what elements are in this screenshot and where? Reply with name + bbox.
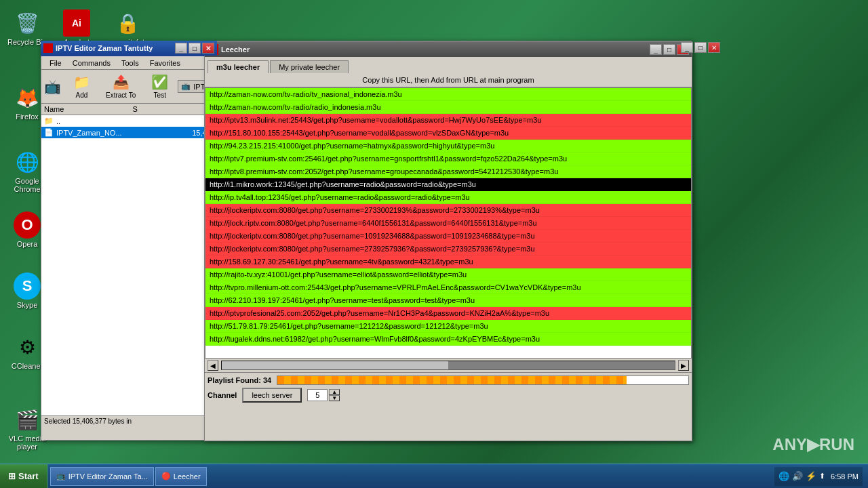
- content-area: Name S 📁 .. 📄 IPTV_Zaman_NO... 15,406,3: [41, 104, 691, 426]
- extract-icon: 📤: [113, 74, 130, 90]
- outer-window-controls: _ □ ✕: [681, 42, 720, 53]
- recycle-bin-icon: 🗑️: [14, 9, 41, 37]
- leecher-maximize[interactable]: □: [663, 44, 675, 55]
- leecher-tabs: m3u leecher My private leecher: [205, 57, 692, 73]
- taskbar-leecher-label: Leecher: [174, 472, 201, 481]
- desktop: 🗑️ Recycle Bin Ai Acrobat 🔒 securityfut …: [0, 0, 868, 488]
- playlist-found-label: Playlist Found: 34: [208, 376, 271, 384]
- url-item-8[interactable]: http://ip.tv4all.top:12345/get.php?usern…: [205, 191, 691, 204]
- leecher-window: Leecher _ □ ✕ _ □ ✕ m3u leecher My p: [204, 41, 692, 441]
- file-list: 📁 .. 📄 IPTV_Zaman_NO... 15,406,3: [41, 115, 224, 415]
- leech-server-button[interactable]: leech server: [242, 388, 302, 403]
- second-window-controls: _ □ ✕: [175, 43, 214, 54]
- test-button[interactable]: ✅ Test: [144, 70, 175, 102]
- url-item-6[interactable]: http://iptv8.premium-stv.com:2052/get.ph…: [205, 165, 691, 178]
- file-item-iptv[interactable]: 📄 IPTV_Zaman_NO... 15,406,3: [41, 127, 224, 138]
- file-name: IPTV_Zaman_NO...: [56, 129, 122, 137]
- scroll-track[interactable]: [221, 361, 675, 370]
- url-item-5[interactable]: http://iptv7.premium-stv.com:25461/get.p…: [205, 152, 691, 165]
- taskbar-right: 🌐 🔊 ⚡ ⬆ 6:58 PM: [769, 467, 868, 486]
- url-item-9[interactable]: http://jlockeriptv.com:8080/get.php?user…: [205, 204, 691, 217]
- start-label: Start: [18, 471, 39, 481]
- progress-bar: [277, 375, 689, 385]
- extract-label: Extract To: [106, 92, 136, 99]
- copy-instruction: Copy this URL, then Add from URL at main…: [205, 73, 692, 87]
- chrome-icon: 🌐: [14, 148, 41, 176]
- url-item-17[interactable]: http://iptvprofesional25.com:2052/get.ph…: [205, 307, 691, 320]
- menu-commands[interactable]: Commands: [67, 58, 116, 68]
- taskbar: ⊞ Start 📺 IPTV Editor Zaman Ta... 🔴 Leec…: [0, 464, 868, 488]
- horizontal-scrollbar[interactable]: ◀ ▶: [205, 359, 692, 372]
- url-item-11[interactable]: http://jlockeriptv.com:8080/get.php?user…: [205, 230, 691, 243]
- url-item-7[interactable]: http://i1.mikro.work:12345/get.php?usern…: [205, 178, 691, 191]
- playlist-row: Playlist Found: 34: [208, 375, 689, 385]
- url-item-19[interactable]: http://tugalek.ddns.net:61982/get.php?us…: [205, 333, 691, 346]
- start-button[interactable]: ⊞ Start: [0, 464, 47, 488]
- extract-to-button[interactable]: 📤 Extract To: [100, 70, 142, 102]
- outer-minimize[interactable]: _: [681, 42, 693, 53]
- tab-m3u-leecher[interactable]: m3u leecher: [208, 60, 269, 73]
- url-item-10[interactable]: http://jlock.riptv.com:8080/get.php?user…: [205, 217, 691, 230]
- taskbar-iptv-label: IPTV Editor Zaman Ta...: [68, 472, 148, 481]
- url-item-13[interactable]: http://158.69.127.30:25461/get.php?usern…: [205, 256, 691, 268]
- left-panel: Name S 📁 .. 📄 IPTV_Zaman_NO... 15,406,3: [41, 104, 224, 426]
- scroll-left-button[interactable]: ◀: [208, 360, 218, 371]
- breadcrumb-icon: 📺: [181, 82, 191, 91]
- url-item-1[interactable]: http://zaman-now.com/tv-radio/radio_indo…: [205, 101, 691, 114]
- menu-favorites[interactable]: Favorites: [144, 58, 186, 68]
- url-item-16[interactable]: http://62.210.139.197:25461/get.php?user…: [205, 294, 691, 307]
- skype-icon: S: [14, 272, 41, 300]
- toolbar-logo: 📺: [44, 79, 61, 95]
- add-label: Add: [76, 92, 88, 99]
- status-text: Selected 15,406,377 bytes in: [44, 418, 132, 425]
- url-item-3[interactable]: http://151.80.100.155:25443/get.php?user…: [205, 127, 691, 140]
- menu-tools[interactable]: Tools: [116, 58, 144, 68]
- url-item-0[interactable]: http://zaman-now.com/tv-radio/tv_nasiona…: [205, 88, 691, 101]
- channel-label: Channel: [208, 391, 237, 399]
- start-icon: ⊞: [8, 471, 16, 481]
- url-item-4[interactable]: http://94.23.215.215:41000/get.php?usern…: [205, 140, 691, 152]
- firefox-icon: 🦊: [14, 84, 41, 111]
- leecher-titlebar: Leecher _ □ ✕: [205, 42, 692, 57]
- url-item-15[interactable]: http://tvpro.millenium-ott.com:25443/get…: [205, 281, 691, 294]
- parent-folder-name: ..: [56, 117, 60, 125]
- file-item-parent[interactable]: 📁 ..: [41, 115, 224, 127]
- parent-folder-icon: 📁: [44, 117, 54, 125]
- menu-file[interactable]: File: [44, 58, 67, 68]
- spinner-buttons: ▲ ▼: [329, 389, 340, 401]
- taskbar-item-iptv[interactable]: 📺 IPTV Editor Zaman Ta...: [50, 467, 154, 486]
- outer-close[interactable]: ✕: [708, 42, 720, 53]
- status-bar: Selected 15,406,377 bytes in: [41, 415, 224, 426]
- spinner-down[interactable]: ▼: [329, 395, 340, 401]
- spinner-up[interactable]: ▲: [329, 389, 340, 395]
- url-item-18[interactable]: http://51.79.81.79:25461/get.php?usernam…: [205, 320, 691, 333]
- col-name: Name: [44, 105, 133, 113]
- second-window-title: IPTV Editor Zaman Tantutty: [56, 44, 153, 52]
- url-item-2[interactable]: http://iptv13.m3ulink.net:25443/get.php?…: [205, 114, 691, 127]
- scroll-right-button[interactable]: ▶: [678, 360, 689, 371]
- progress-fill: [277, 376, 627, 384]
- skype-label: Skype: [17, 301, 38, 309]
- second-maximize[interactable]: □: [189, 43, 201, 54]
- anyrun-watermark: ANY▶RUN: [772, 435, 854, 454]
- taskbar-leecher-icon: 🔴: [161, 472, 171, 481]
- tray-volume-icon: 🔊: [792, 471, 803, 481]
- url-item-14[interactable]: http://rajito-tv.xyz:41001/get.php?usern…: [205, 268, 691, 281]
- channel-value-input[interactable]: [307, 389, 328, 401]
- leecher-minimize[interactable]: _: [650, 44, 662, 55]
- second-close[interactable]: ✕: [202, 43, 214, 54]
- url-item-12[interactable]: http://jlockeriptv.com:8080/get.php?user…: [205, 243, 691, 256]
- second-minimize[interactable]: _: [175, 43, 187, 54]
- taskbar-item-leecher[interactable]: 🔴 Leecher: [155, 467, 207, 486]
- vlc-icon: 🎬: [14, 406, 41, 433]
- url-list[interactable]: http://zaman-now.com/tv-radio/tv_nasiona…: [205, 87, 692, 359]
- tab-my-private[interactable]: My private leecher: [270, 60, 349, 73]
- outer-maximize[interactable]: □: [694, 42, 707, 53]
- second-window-titlebar: IPTV Editor Zaman Tantutty _ □ ✕: [41, 41, 217, 56]
- securityfut-icon: 🔒: [114, 9, 141, 37]
- add-button[interactable]: 📁 Add: [66, 70, 97, 102]
- add-icon: 📁: [73, 74, 90, 90]
- opera-label: Opera: [17, 240, 38, 248]
- channel-row: Channel leech server ▲ ▼: [208, 388, 689, 403]
- test-label: Test: [154, 92, 166, 99]
